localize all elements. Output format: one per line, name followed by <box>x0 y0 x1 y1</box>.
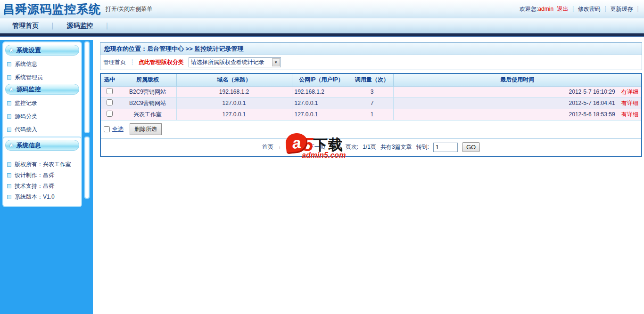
square-bullet-icon <box>7 195 11 199</box>
select-all-label[interactable]: 全选 <box>112 125 124 133</box>
table-row: 兴农工作室 127.0.0.1 127.0.0.1 1 2012-5-6 18:… <box>101 109 641 120</box>
pagination: 首页 」 上一页 下一页 尾页 页次: 1/1页 共有3篇文章 转到: GO <box>101 139 641 156</box>
detail-link[interactable]: 有详细 <box>621 100 638 106</box>
go-button[interactable]: GO <box>462 142 480 152</box>
goto-page-input[interactable] <box>433 143 458 152</box>
sidebar-decor-strip <box>84 137 90 199</box>
section-title: 系统设置 <box>17 46 41 55</box>
records-table-box: 选中 所属版权 域名（来路） 公网IP（用户IP） 调用量（次） 最后使用时间 … <box>100 73 642 157</box>
sidebar-decor-strip <box>84 41 90 133</box>
refresh-cache-link[interactable]: 更新缓存 <box>610 5 633 13</box>
select-all-checkbox[interactable] <box>104 126 110 132</box>
cell-copyright: 兴农工作室 <box>119 109 176 120</box>
star-icon: ★ <box>8 142 14 149</box>
col-header-select: 选中 <box>101 74 119 86</box>
sidebar-item-label: 监控记录 <box>15 99 37 107</box>
a5-download-watermark: a 5 下载 admin5.com <box>286 133 361 160</box>
last-used-time: 2012-5-7 16:10:29 <box>569 89 615 95</box>
sidebar-item-code-access[interactable]: 代码接入 <box>5 123 79 136</box>
row-checkbox[interactable] <box>107 88 113 94</box>
cell-domain: 127.0.0.1 <box>176 109 292 120</box>
info-label: 系统版本：V1.0 <box>15 193 55 201</box>
welcome-label: 欢迎您: <box>520 5 538 13</box>
watermark-logo: a 5 下载 <box>286 133 361 153</box>
total-articles: 共有3篇文章 <box>380 143 412 151</box>
copyright-filter-select[interactable]: 请选择所属版权查看统计记录 ▼ <box>189 57 281 67</box>
info-copyright: 版权所有：兴农工作室 <box>5 159 79 170</box>
main-nav: 管理首页 │ 源码监控 │ <box>0 18 644 33</box>
section-title: 系统信息 <box>17 141 41 150</box>
star-icon: ★ <box>8 47 14 54</box>
breadcrumb: 您现在的位置：后台管理中心 >> 监控统计记录管理 <box>100 43 642 55</box>
cell-last-used: 2012-5-7 16:10:29 有详细 <box>393 86 641 97</box>
nav-item-admin-home[interactable]: 管理首页 <box>0 22 51 30</box>
row-checkbox[interactable] <box>107 99 113 105</box>
sidebar-item-monitor-records[interactable]: 监控记录 <box>5 97 79 110</box>
filter-row: 管理首页 ┆ 点此管理版权分类 请选择所属版权查看统计记录 ▼ <box>100 55 642 70</box>
nav-divider: │ <box>106 23 109 29</box>
sidebar-item-label: 源码分类 <box>15 113 37 121</box>
sidebar-section-system-settings: ★ 系统设置 <box>5 45 79 56</box>
top-right-links: 欢迎您: admin 退出 ┆ 修改密码 ┆ 更新缓存 ┆ <box>520 0 639 18</box>
table-row: B2C9营销网站 127.0.0.1 127.0.0.1 7 2012-5-7 … <box>101 97 641 109</box>
bulk-action-row: 全选 删除所选 <box>101 121 641 139</box>
table-header-row: 选中 所属版权 域名（来路） 公网IP（用户IP） 调用量（次） 最后使用时间 <box>101 74 641 86</box>
goto-label: 转到: <box>416 143 429 151</box>
detail-link[interactable]: 有详细 <box>621 111 638 118</box>
divider: ┆ <box>636 6 639 12</box>
sidebar-item-source-category[interactable]: 源码分类 <box>5 110 79 123</box>
spacer <box>5 153 79 159</box>
col-header-domain: 域名（来路） <box>176 74 292 86</box>
nav-item-source-monitor[interactable]: 源码监控 <box>55 22 106 30</box>
cell-public-ip: 127.0.0.1 <box>292 97 351 109</box>
divider: ┆ <box>604 6 607 12</box>
page-bracket: 」 <box>278 143 283 151</box>
sidebar-section-system-information: ★ 系统信息 <box>5 140 79 151</box>
main-content: 您现在的位置：后台管理中心 >> 监控统计记录管理 管理首页 ┆ 点此管理版权分… <box>100 42 642 157</box>
last-used-time: 2012-5-7 16:04:41 <box>569 100 615 106</box>
manage-copyright-category-link[interactable]: 点此管理版权分类 <box>139 58 184 66</box>
detail-link[interactable]: 有详细 <box>621 89 638 95</box>
sidebar-info-panel: ★ 系统信息 版权所有：兴农工作室 设计制作：昌舜 技术支持：昌舜 系统版本：V… <box>2 137 82 207</box>
change-password-link[interactable]: 修改密码 <box>578 5 601 13</box>
sidebar-item-system-admin[interactable]: 系统管理员 <box>5 71 79 84</box>
sidebar-item-label: 代码接入 <box>15 126 37 134</box>
star-icon: ★ <box>8 86 14 93</box>
cell-copyright: B2C9营销网站 <box>119 97 176 109</box>
cell-public-ip: 192.168.1.2 <box>292 86 351 97</box>
row-checkbox[interactable] <box>107 111 113 117</box>
page-info: 1/1页 <box>363 143 376 151</box>
table-row: B2C9营销网站 192.168.1.2 192.168.1.2 3 2012-… <box>101 86 641 97</box>
sidebar-item-system-info[interactable]: 系统信息 <box>5 57 79 71</box>
breadcrumb-box: 您现在的位置：后台管理中心 >> 监控统计记录管理 管理首页 ┆ 点此管理版权分… <box>100 42 642 70</box>
app-title: 昌舜源码监控系统 <box>3 1 101 17</box>
chevron-down-icon: ▼ <box>272 58 280 66</box>
cell-calls: 3 <box>351 86 393 97</box>
admin-home-link[interactable]: 管理首页 <box>103 58 126 66</box>
square-bullet-icon <box>7 173 11 177</box>
delete-selected-button[interactable]: 删除所选 <box>130 123 162 135</box>
sidebar-item-label: 系统信息 <box>15 60 37 68</box>
logo-domain-text: admin5.com <box>302 151 361 160</box>
col-header-calls: 调用量（次） <box>351 74 393 86</box>
info-label: 版权所有：兴农工作室 <box>15 161 71 169</box>
square-bullet-icon <box>7 62 11 66</box>
square-bullet-icon <box>7 101 11 105</box>
divider: ┆ <box>131 59 134 65</box>
page-first-link[interactable]: 首页 <box>262 143 273 151</box>
cell-calls: 7 <box>351 97 393 109</box>
cell-domain: 127.0.0.1 <box>176 97 292 109</box>
username: admin <box>538 6 553 12</box>
info-designer: 设计制作：昌舜 <box>5 170 79 181</box>
cell-public-ip: 127.0.0.1 <box>292 109 351 120</box>
top-header-bar: 昌舜源码监控系统 打开/关闭左侧菜单 欢迎您: admin 退出 ┆ 修改密码 … <box>0 0 644 18</box>
info-label: 技术支持：昌舜 <box>15 182 54 190</box>
square-bullet-icon <box>7 184 11 188</box>
logout-link[interactable]: 退出 <box>557 5 568 13</box>
square-bullet-icon <box>7 75 11 80</box>
cell-copyright: B2C9营销网站 <box>119 86 176 97</box>
sidebar-item-label: 系统管理员 <box>15 73 43 81</box>
info-support: 技术支持：昌舜 <box>5 181 79 192</box>
nav-divider: │ <box>51 23 55 29</box>
toggle-sidebar-link[interactable]: 打开/关闭左侧菜单 <box>106 5 152 13</box>
